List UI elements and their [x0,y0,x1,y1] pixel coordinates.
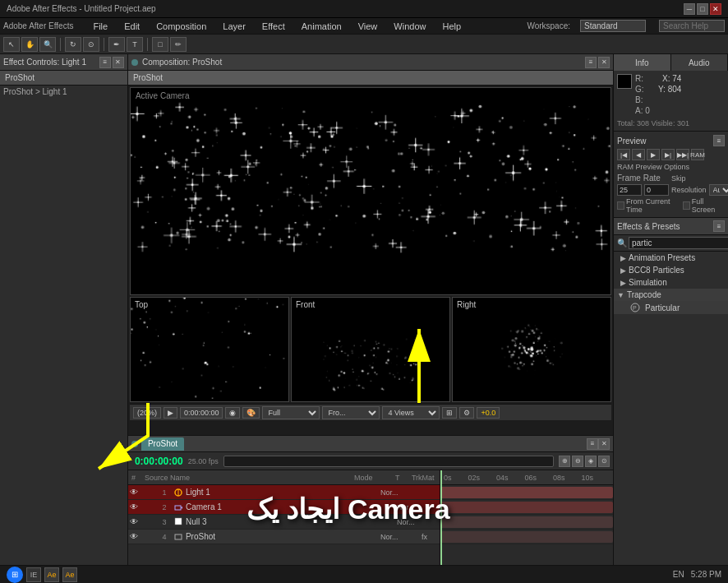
menu-edit[interactable]: Edit [121,21,143,31]
panel-menu-btn[interactable]: ≡ [99,57,111,68]
workspace-select[interactable] [580,20,646,32]
tool-selection[interactable]: ↖ [3,37,20,52]
preview-go-start[interactable]: |◀ [617,149,630,160]
frame-rate-input[interactable] [617,184,642,196]
preview-step-fwd[interactable]: ▶| [661,149,675,160]
channel-select[interactable]: Fro... [322,406,380,419]
main-viewport[interactable]: Active Camera [130,87,611,295]
layer-4-solo[interactable] [139,533,147,541]
render-btn[interactable]: ◉ [225,407,240,419]
comp-panel-close[interactable]: ✕ [598,57,610,68]
timeline-menu-btn[interactable]: ≡ [587,438,598,450]
menu-view[interactable]: View [355,21,381,31]
layer-1-solo[interactable] [139,488,147,497]
menu-file[interactable]: File [90,21,111,31]
panel-close-btn[interactable]: ✕ [113,57,124,68]
info-r-row: R: X: 74 [635,74,681,83]
quality-select[interactable]: FullHalfQuarter [262,406,320,419]
track-row-2 [440,500,613,515]
preset-item-animation[interactable]: ▶ Animation Presets [614,252,728,264]
tool-zoom[interactable]: 🔍 [39,37,56,52]
effects-menu[interactable]: ≡ [713,220,725,232]
layer-2-solo[interactable] [139,503,147,511]
prop-btn[interactable]: ⚙ [459,407,474,419]
layer-1-name: Light 1 [186,488,380,497]
preview-menu[interactable]: ≡ [713,135,725,146]
zoom-level-btn[interactable]: (20%) [133,407,161,419]
layer-3-eye[interactable]: 👁 [130,518,138,526]
timeline-tool-3[interactable]: ◈ [585,456,597,467]
timecode-display-btn[interactable]: 0:00:00:00 [180,407,223,419]
color-mode-btn[interactable]: 🎨 [242,407,260,419]
menu-animation[interactable]: Animation [298,21,345,31]
layer-1-eye[interactable]: 👁 [130,488,138,497]
layer-1-num: 1 [158,488,171,497]
view-layout-select[interactable]: 4 Views 1 View [382,406,440,419]
ram-preview-options[interactable]: RAM Preview Options [617,163,725,171]
layer-4-eye[interactable]: 👁 [130,533,138,541]
tool-shape[interactable]: □ [152,37,168,52]
close-button[interactable]: ✕ [710,3,721,15]
layer-row[interactable]: 👁 4 ProShot Nor... fx [128,530,440,544]
preset-item-particular[interactable]: P Particular [614,301,728,314]
layer-row[interactable]: 👁 1 Light 1 Nor... [128,485,440,500]
effect-controls-tab[interactable]: ProShot [0,71,127,86]
timeline-tab[interactable]: ProShot [141,437,184,451]
preset-item-bcc8[interactable]: ▶ BCC8 Particles [614,264,728,276]
comp-panel-menu[interactable]: ≡ [585,57,597,68]
tab-audio[interactable]: Audio [671,54,729,71]
effects-search-input[interactable] [629,237,728,249]
layer-4-lock[interactable] [148,533,156,541]
layer-3-lock[interactable] [148,518,156,526]
grid-btn[interactable]: ⊞ [442,407,457,419]
preview-play[interactable]: ▶ [647,149,660,160]
search-help-input[interactable] [659,20,725,32]
minimize-button[interactable]: ─ [684,3,695,15]
full-screen-checkbox[interactable] [683,201,690,210]
top-viewport[interactable]: Top [130,297,289,402]
ie-icon[interactable]: IE [26,567,41,582]
plus-btn[interactable]: +0.0 [477,407,500,419]
preset-item-trapcode[interactable]: ▼ Trapcode [614,289,728,301]
comp-tab[interactable]: ProShot [128,71,613,86]
layer-row[interactable]: 👁 2 Camera 1 Nor... [128,500,440,515]
skip-input[interactable] [644,184,669,196]
tool-brush[interactable]: ✏ [170,37,187,52]
from-current-checkbox[interactable] [617,201,624,210]
search-timeline-input[interactable] [223,456,554,467]
tool-text[interactable]: T [127,37,143,52]
resolution-select[interactable]: AutoFullHalf [709,184,728,196]
tool-rotate[interactable]: ↻ [65,37,81,52]
tool-hand[interactable]: ✋ [21,37,38,52]
ae-icon-2[interactable]: Ae [62,567,77,582]
preview-ram[interactable]: RAM [691,149,704,160]
menu-window[interactable]: Window [390,21,429,31]
right-panel: Info Audio R: X: 74 G: Y: 804 [613,54,728,583]
front-viewport[interactable]: Front [291,297,450,402]
tool-camera-orbit[interactable]: ⊙ [83,37,99,52]
preview-quality-btn[interactable]: ▶ [164,407,177,419]
tool-pen[interactable]: ✒ [108,37,125,52]
ae-icon-1[interactable]: Ae [44,567,59,582]
start-button[interactable]: ⊞ [7,567,23,583]
layer-3-solo[interactable] [139,518,147,526]
timeline-tool-1[interactable]: ⊕ [559,456,570,467]
layer-row[interactable]: 👁 3 Null 3 Nor... [128,515,440,530]
timeline-close-btn[interactable]: ✕ [598,438,610,450]
maximize-button[interactable]: □ [697,3,708,15]
preset-item-bcc8-label: BCC8 Particles [629,266,684,275]
menu-composition[interactable]: Composition [153,21,210,31]
menu-layer[interactable]: Layer [219,21,249,31]
preview-step-back[interactable]: ◀ [632,149,645,160]
layer-2-lock[interactable] [148,503,156,511]
timeline-tool-2[interactable]: ⊖ [572,456,583,467]
menu-effect[interactable]: Effect [259,21,288,31]
layer-2-eye[interactable]: 👁 [130,503,138,511]
preview-go-end[interactable]: ▶▶| [676,149,689,160]
tab-info[interactable]: Info [614,54,671,71]
preset-item-simulation[interactable]: ▶ Simulation [614,276,728,289]
menu-help[interactable]: Help [439,21,464,31]
timeline-tool-4[interactable]: ⊙ [598,456,610,467]
right-viewport[interactable]: Right [452,297,611,402]
layer-1-lock[interactable] [148,488,156,497]
